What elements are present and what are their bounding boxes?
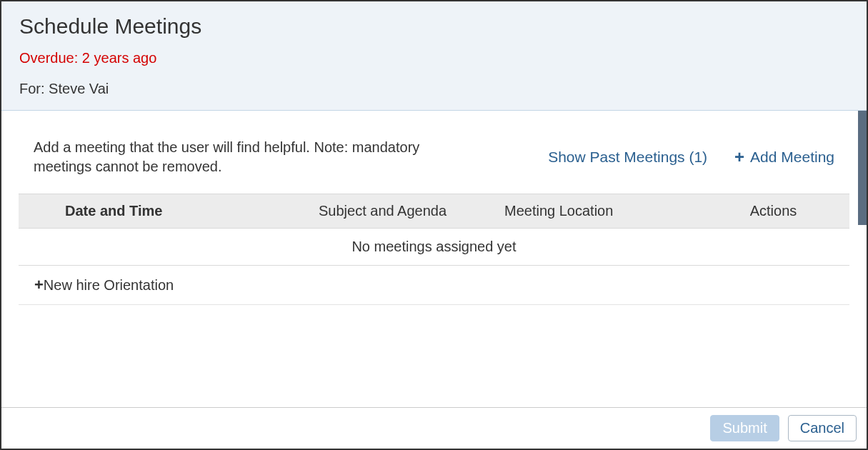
col-actions: Actions xyxy=(697,200,849,222)
recommended-meeting-row[interactable]: +New hire Orientation xyxy=(19,266,849,305)
plus-icon: + xyxy=(734,149,744,166)
dialog: Schedule Meetings Overdue: 2 years ago F… xyxy=(0,0,868,450)
for-line: For: Steve Vai xyxy=(19,81,849,97)
recommended-meeting-label: New hire Orientation xyxy=(44,277,174,293)
show-past-meetings-link[interactable]: Show Past Meetings (1) xyxy=(548,149,707,166)
dialog-footer: Submit Cancel xyxy=(1,407,867,449)
instructions-row: Add a meeting that the user will find he… xyxy=(1,111,867,194)
cancel-button[interactable]: Cancel xyxy=(788,415,857,441)
plus-icon: + xyxy=(34,276,44,294)
show-past-meetings-label: Show Past Meetings (1) xyxy=(548,149,707,166)
page-title: Schedule Meetings xyxy=(19,14,849,39)
scrollbar-thumb[interactable] xyxy=(858,111,867,225)
col-meeting-location: Meeting Location xyxy=(504,200,697,222)
dialog-header: Schedule Meetings Overdue: 2 years ago F… xyxy=(1,1,867,111)
add-meeting-link[interactable]: + Add Meeting xyxy=(734,149,834,166)
submit-button[interactable]: Submit xyxy=(710,415,779,441)
col-date-time: Date and Time xyxy=(19,200,319,222)
dialog-body: Add a meeting that the user will find he… xyxy=(1,111,867,407)
overdue-status: Overdue: 2 years ago xyxy=(19,50,849,66)
add-meeting-label: Add Meeting xyxy=(750,149,834,166)
table-header: Date and Time Subject and Agenda Meeting… xyxy=(19,194,849,229)
col-subject-agenda: Subject and Agenda xyxy=(319,200,504,222)
instructions-text: Add a meeting that the user will find he… xyxy=(34,138,469,176)
empty-state-row: No meetings assigned yet xyxy=(19,229,849,266)
action-links: Show Past Meetings (1) + Add Meeting xyxy=(548,149,834,166)
